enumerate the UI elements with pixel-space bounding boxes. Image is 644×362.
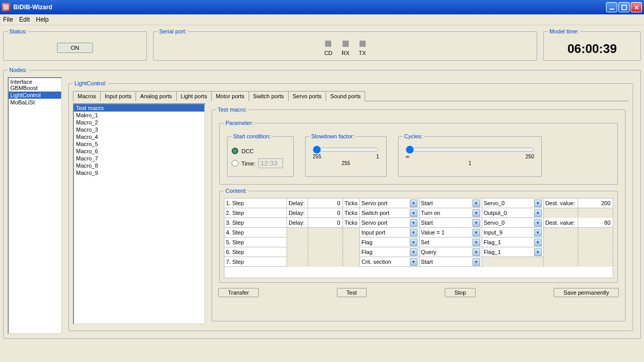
- cycles-slider[interactable]: [406, 146, 534, 154]
- macro-item[interactable]: Macro_6: [74, 148, 204, 155]
- cycles-value: 1: [406, 160, 534, 166]
- table-row: 2. StepDelay:TicksSwitch port▼Turn on▼Ou…: [224, 208, 613, 218]
- step-cell: 3. Step: [224, 218, 287, 228]
- tab[interactable]: Switch ports: [249, 91, 289, 101]
- macro-list[interactable]: Test macroMakro_1Macro_2Macro_3Macro_4Ma…: [73, 103, 205, 324]
- cycles-max: 250: [525, 154, 534, 159]
- rx-led: [343, 41, 349, 47]
- select-cell[interactable]: Servo_0▼: [484, 200, 542, 207]
- time-radio[interactable]: [232, 160, 238, 167]
- macro-item[interactable]: Macro_4: [74, 133, 204, 140]
- delay-cell[interactable]: [308, 208, 343, 218]
- select-cell[interactable]: Start▼: [421, 200, 480, 207]
- macro-item[interactable]: Test macro: [74, 104, 204, 112]
- app-icon: [2, 3, 10, 11]
- slowdown-value: 255: [313, 160, 379, 166]
- select-cell[interactable]: Flag▼: [362, 239, 418, 246]
- select-cell[interactable]: Output_0▼: [484, 209, 542, 217]
- macro-item[interactable]: Macro_8: [74, 162, 204, 169]
- menu-edit[interactable]: Edit: [19, 16, 30, 23]
- svg-rect-0: [610, 8, 614, 9]
- tx-led: [359, 41, 366, 47]
- select-cell[interactable]: Switch port▼: [362, 209, 418, 217]
- dest-label: Dest. value:: [543, 198, 578, 208]
- macro-item[interactable]: Macro_5: [74, 140, 204, 148]
- chevron-down-icon: ▼: [410, 239, 418, 246]
- delay-cell[interactable]: [308, 198, 343, 208]
- modeltime-legend: Model time:: [548, 28, 580, 34]
- minimize-button[interactable]: [606, 2, 617, 12]
- parameter-group: Parameter: Start condition: DCC: [219, 120, 618, 185]
- content-table: 1. StepDelay:TicksServo port▼Start▼Servo…: [224, 198, 613, 278]
- table-row: 5. StepFlag▼Set▼Flag_1▼: [224, 238, 613, 247]
- select-cell[interactable]: Servo_0▼: [484, 219, 542, 227]
- slowdown-slider[interactable]: [313, 146, 379, 154]
- start-condition-legend: Start condition:: [232, 133, 272, 139]
- macro-item[interactable]: Macro_3: [74, 126, 204, 133]
- dest-label: Dest. value:: [543, 218, 578, 228]
- table-row: 4. StepInput port▼Value = 1▼Input_9▼: [224, 228, 613, 238]
- tab[interactable]: Servo ports: [288, 91, 326, 101]
- select-cell[interactable]: Set▼: [421, 239, 480, 246]
- chevron-down-icon: ▼: [534, 239, 542, 246]
- dcc-radio[interactable]: [232, 148, 238, 154]
- macro-item[interactable]: Macro_9: [74, 169, 204, 176]
- chevron-down-icon: ▼: [410, 200, 418, 207]
- select-cell[interactable]: Flag_1▼: [484, 248, 542, 256]
- tab[interactable]: Macros: [73, 91, 101, 101]
- macro-item[interactable]: Macro_2: [74, 119, 204, 126]
- macro-item[interactable]: Makro_1: [74, 112, 204, 119]
- select-cell[interactable]: Query▼: [421, 248, 480, 256]
- menu-help[interactable]: Help: [36, 16, 49, 23]
- tab[interactable]: Input ports: [100, 91, 136, 101]
- tab[interactable]: Motor ports: [211, 91, 249, 101]
- delay-label: Delay:: [287, 208, 308, 218]
- select-cell[interactable]: Flag_1▼: [484, 239, 542, 246]
- tabs: MacrosInput portsAnalog portsLight ports…: [73, 90, 629, 101]
- chevron-down-icon: ▼: [472, 239, 480, 246]
- select-cell[interactable]: Turn on▼: [421, 209, 480, 217]
- chevron-down-icon: ▼: [534, 209, 542, 217]
- node-list[interactable]: Interface GBMBoostLightControlMoBaLiSt: [8, 77, 62, 334]
- test-button[interactable]: Test: [337, 288, 367, 297]
- table-row: 3. StepDelay:TicksServo port▼Start▼Servo…: [224, 218, 613, 228]
- node-item[interactable]: Interface GBMBoost: [9, 78, 61, 92]
- status-on-button[interactable]: ON: [57, 43, 93, 53]
- select-cell[interactable]: Start▼: [421, 219, 480, 227]
- chevron-down-icon: ▼: [472, 219, 480, 227]
- select-cell[interactable]: Servo port▼: [362, 219, 418, 227]
- save-button[interactable]: Save permanently: [554, 288, 619, 297]
- node-item[interactable]: MoBaLiSt: [9, 99, 61, 106]
- select-cell[interactable]: Flag▼: [362, 248, 418, 256]
- select-cell[interactable]: Start▼: [421, 258, 480, 266]
- rx-label: RX: [342, 50, 349, 56]
- close-button[interactable]: [631, 2, 642, 12]
- select-cell[interactable]: Input_9▼: [484, 229, 542, 237]
- lightcontrol-legend: LightControl:: [73, 80, 108, 86]
- select-cell[interactable]: Servo port▼: [362, 200, 418, 207]
- select-cell[interactable]: Input port▼: [362, 229, 418, 237]
- maximize-button[interactable]: [618, 2, 630, 12]
- stop-button[interactable]: Stop: [445, 288, 476, 297]
- tab[interactable]: Sound ports: [326, 91, 365, 101]
- menubar: File Edit Help: [0, 14, 644, 25]
- content-group: Content: 1. StepDelay:TicksServo port▼St…: [219, 188, 618, 283]
- lightcontrol-group: LightControl: MacrosInput portsAnalog po…: [68, 80, 633, 331]
- select-cell[interactable]: Value = 1▼: [421, 229, 480, 237]
- dest-cell[interactable]: [578, 218, 613, 228]
- chevron-down-icon: ▼: [534, 200, 542, 207]
- step-cell: 4. Step: [224, 228, 287, 238]
- transfer-button[interactable]: Transfer: [218, 288, 259, 297]
- macro-item[interactable]: Macro_7: [74, 155, 204, 162]
- delay-cell[interactable]: [308, 218, 343, 228]
- chevron-down-icon: ▼: [410, 219, 418, 227]
- dest-cell[interactable]: [578, 198, 613, 208]
- slowdown-legend: Slowdown factor:: [310, 133, 356, 139]
- menu-file[interactable]: File: [3, 16, 13, 23]
- chevron-down-icon: ▼: [410, 248, 418, 256]
- node-item[interactable]: LightControl: [9, 92, 61, 99]
- tab[interactable]: Light ports: [176, 91, 212, 101]
- select-cell[interactable]: Crit. section▼: [362, 258, 418, 266]
- macro-detail-group: Test macro: Parameter: Start condition: …: [212, 106, 626, 321]
- tab[interactable]: Analog ports: [136, 91, 177, 101]
